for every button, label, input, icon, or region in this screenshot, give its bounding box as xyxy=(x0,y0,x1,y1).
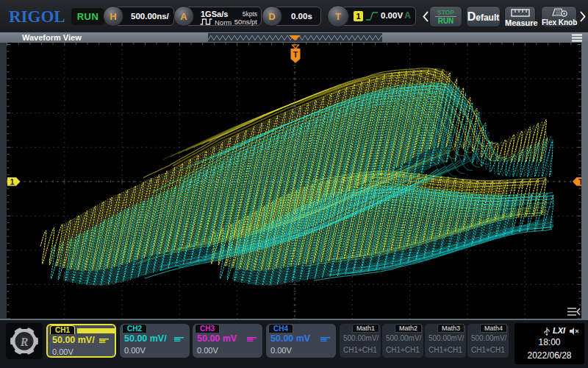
svg-text:R: R xyxy=(20,336,29,348)
svg-text:T: T xyxy=(293,51,298,59)
svg-text:1: 1 xyxy=(10,178,15,186)
